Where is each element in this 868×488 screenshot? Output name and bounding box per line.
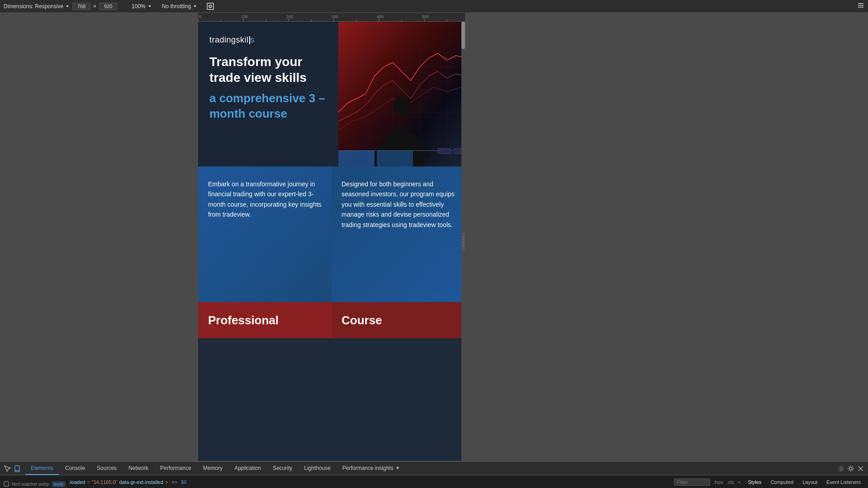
event-listeners-tab[interactable]: Event Listeners xyxy=(823,479,864,486)
scrollbar-thumb[interactable] xyxy=(461,22,465,49)
tab-memory[interactable]: Memory xyxy=(198,462,228,475)
performance-insights-icon xyxy=(395,465,400,471)
svg-rect-35 xyxy=(377,151,413,166)
logo-part2: s xyxy=(251,35,255,44)
device-icon[interactable] xyxy=(14,465,21,472)
grey-area-left xyxy=(0,13,198,461)
tab-lighthouse[interactable]: Lighthouse xyxy=(299,462,336,475)
more-options-icon[interactable] xyxy=(857,2,864,9)
chevron-down-icon xyxy=(193,4,197,9)
hero-image-bg xyxy=(338,22,465,166)
styles-panel-tabs: Styles Computed Layout Event Listeners xyxy=(744,479,864,486)
tab-performance[interactable]: Performance xyxy=(155,462,197,475)
hero-image xyxy=(338,22,465,166)
add-hint: + xyxy=(738,479,740,485)
zoom-control[interactable]: 100% xyxy=(132,3,152,9)
tab-elements[interactable]: Elements xyxy=(25,462,59,475)
tab-performance-insights[interactable]: Performance insights xyxy=(337,462,406,475)
logo-part1: tradingskil xyxy=(209,35,249,44)
width-input[interactable] xyxy=(72,3,90,10)
chevron-down-icon xyxy=(65,4,70,9)
body-badge: body xyxy=(52,481,66,487)
card-red-text-2: Course xyxy=(342,313,382,327)
tab-network[interactable]: Network xyxy=(123,462,154,475)
breadcrumb-eq1: = xyxy=(87,479,90,485)
breadcrumb-val1: "14.1165.0" xyxy=(92,479,118,485)
tab-console[interactable]: Console xyxy=(60,462,90,475)
hero-subheading: a comprehensive 3 – month course xyxy=(209,91,327,122)
dimensions-label: Dimensions: Responsive xyxy=(4,3,63,9)
svg-text:500: 500 xyxy=(422,14,429,19)
breadcrumb-attr2: data-gr-ext-installed xyxy=(119,479,163,485)
filter-area: :hov .cls + xyxy=(674,479,741,486)
styles-tab[interactable]: Styles xyxy=(744,479,765,486)
svg-rect-5 xyxy=(858,7,863,8)
breadcrumb: <body data-new-gr-c-s-check-loaded = "14… xyxy=(4,479,667,485)
svg-rect-43 xyxy=(4,482,9,486)
svg-rect-34 xyxy=(338,151,375,166)
breadcrumb-close: > xyxy=(165,479,168,485)
tab-application[interactable]: Application xyxy=(229,462,266,475)
chevron-down-icon xyxy=(147,4,152,9)
tab-security[interactable]: Security xyxy=(267,462,298,475)
svg-text:100: 100 xyxy=(241,14,248,19)
inspect-icon[interactable] xyxy=(4,465,11,472)
capture-icon[interactable] xyxy=(206,2,214,10)
svg-text:0: 0 xyxy=(199,14,201,19)
breadcrumb-sep: == xyxy=(171,479,177,485)
filename: html.watcher.webp xyxy=(12,482,49,487)
logo-cursor xyxy=(249,36,250,44)
layout-tab[interactable]: Layout xyxy=(799,479,821,486)
throttle-label: No throttling xyxy=(162,3,191,9)
resize-handle[interactable] xyxy=(461,232,465,251)
dimension-separator: × xyxy=(93,3,96,9)
filter-input[interactable] xyxy=(674,479,710,486)
computed-tab[interactable]: Computed xyxy=(767,479,797,486)
svg-text:400: 400 xyxy=(377,14,384,19)
cards-section: Embark on a transformative journey in fi… xyxy=(198,166,465,302)
hero-left: tradingskils Transform your trade view s… xyxy=(198,22,338,166)
card-description-1: Embark on a transformative journey in fi… xyxy=(198,166,332,302)
cls-hint: .cls xyxy=(726,479,734,485)
card-description-2: Designed for both beginners and seasoned… xyxy=(332,166,465,302)
devtools-bottom-panel: Elements Console Sources Network Perform… xyxy=(0,461,868,488)
svg-text:200: 200 xyxy=(286,14,293,19)
tab-sources[interactable]: Sources xyxy=(91,462,122,475)
hover-hint: :hov xyxy=(714,479,723,485)
devtools-toolbar: Dimensions: Responsive × 100% No throttl… xyxy=(0,0,868,13)
trading-chart xyxy=(338,22,465,166)
dimension-control[interactable]: Dimensions: Responsive xyxy=(4,3,70,9)
svg-point-33 xyxy=(394,96,410,114)
zoom-label: 100% xyxy=(132,3,146,9)
svg-rect-4 xyxy=(858,5,863,6)
height-input[interactable] xyxy=(99,3,117,10)
logo: tradingskils xyxy=(209,35,327,45)
devtools-status-bar: <body data-new-gr-c-s-check-loaded = "14… xyxy=(0,475,868,488)
close-icon[interactable] xyxy=(857,465,864,472)
bottom-cards: Professional Course xyxy=(198,302,465,338)
file-icon xyxy=(4,481,9,487)
breadcrumb-dollar: $0 xyxy=(181,479,186,485)
browser-viewport: tradingskils Transform your trade view s… xyxy=(198,22,465,461)
card-text-2: Designed for both beginners and seasoned… xyxy=(342,179,455,230)
svg-point-2 xyxy=(210,6,211,7)
site-content: tradingskils Transform your trade view s… xyxy=(198,22,465,338)
badge-count: 3 xyxy=(837,465,844,472)
viewport-ruler: 0 100 200 300 400 500 xyxy=(198,13,465,22)
hero-heading: Transform your trade view skills xyxy=(209,54,327,85)
svg-rect-3 xyxy=(858,3,863,4)
grey-area-right xyxy=(465,13,868,461)
devtools-tabs: Elements Console Sources Network Perform… xyxy=(0,462,868,475)
file-indicator: html.watcher.webp body xyxy=(0,480,69,488)
card-red-text-1: Professional xyxy=(208,313,279,327)
settings-icon[interactable] xyxy=(847,465,854,472)
card-course: Course xyxy=(332,302,465,338)
svg-text:300: 300 xyxy=(332,14,338,19)
svg-rect-37 xyxy=(438,148,451,154)
card-professional: Professional xyxy=(198,302,332,338)
drag-dots xyxy=(463,237,464,246)
card-text-1: Embark on a transformative journey in fi… xyxy=(208,179,322,220)
throttle-control[interactable]: No throttling xyxy=(162,3,198,9)
hero-section: tradingskils Transform your trade view s… xyxy=(198,22,465,166)
svg-rect-39 xyxy=(15,466,19,472)
